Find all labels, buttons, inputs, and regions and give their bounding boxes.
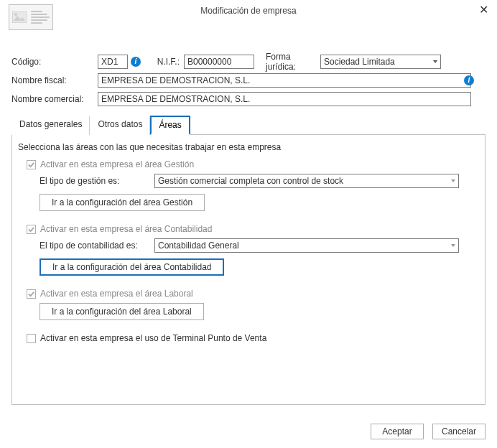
- accept-button[interactable]: Aceptar: [371, 424, 424, 439]
- svg-rect-0: [12, 11, 27, 23]
- config-laboral-button[interactable]: Ir a la configuración del área Laboral: [40, 303, 204, 320]
- nombre-fiscal-input[interactable]: [98, 73, 471, 88]
- nombre-comercial-input[interactable]: [98, 92, 471, 106]
- tipo-contabilidad-label: El tipo de contabilidad es:: [40, 241, 154, 251]
- tipo-gestion-label: El tipo de gestión es:: [40, 176, 154, 186]
- tab-content-areas: Selecciona las áreas con las que necesit…: [11, 135, 486, 405]
- nombre-fiscal-label: Nombre fiscal:: [11, 75, 98, 85]
- codigo-label: Código:: [11, 57, 98, 67]
- forma-juridica-value[interactable]: [320, 55, 441, 69]
- config-contabilidad-button[interactable]: Ir a la configuración del área Contabili…: [40, 258, 224, 276]
- info-icon[interactable]: i: [464, 75, 474, 85]
- tipo-contabilidad-value: [154, 238, 459, 253]
- checkbox-tpv[interactable]: [27, 334, 36, 343]
- tab-datos-generales[interactable]: Datos generales: [11, 116, 90, 135]
- checkbox-laboral: [27, 289, 36, 299]
- tipo-gestion-value: [154, 174, 459, 188]
- config-gestion-button[interactable]: Ir a la configuración del área Gestión: [40, 194, 205, 211]
- checkbox-gestion-label: Activar en esta empresa el área Gestión: [40, 159, 194, 169]
- close-icon[interactable]: ✕: [479, 3, 488, 17]
- areas-intro: Selecciona las áreas con las que necesit…: [18, 142, 479, 152]
- tipo-gestion-select: [154, 174, 459, 188]
- tab-areas[interactable]: Áreas: [150, 116, 190, 135]
- tab-otros-datos[interactable]: Otros datos: [90, 116, 150, 135]
- checkbox-contabilidad-label: Activar en esta empresa el área Contabil…: [40, 224, 212, 234]
- svg-point-2: [14, 13, 17, 16]
- checkbox-gestion: [27, 160, 36, 169]
- dialog-modificacion-empresa: ✕ Modificación de empresa Código: i N.I.…: [0, 0, 497, 448]
- checkbox-tpv-label: Activar en esta empresa el uso de Termin…: [40, 333, 266, 343]
- tab-bar: Datos generales Otros datos Áreas: [11, 115, 486, 135]
- nif-input[interactable]: [184, 55, 254, 69]
- nombre-comercial-label: Nombre comercial:: [11, 94, 98, 104]
- forma-juridica-label: Forma jurídica:: [254, 52, 320, 72]
- template-thumbnail-icon[interactable]: [9, 4, 53, 30]
- info-icon[interactable]: i: [131, 57, 141, 67]
- tipo-contabilidad-select: [154, 238, 459, 253]
- codigo-input[interactable]: [98, 55, 128, 69]
- nif-label: N.I.F.:: [157, 57, 184, 67]
- cancel-button[interactable]: Cancelar: [432, 424, 486, 439]
- forma-juridica-select[interactable]: [320, 55, 441, 69]
- dialog-title: Modificación de empresa: [11, 4, 486, 22]
- checkbox-laboral-label: Activar en esta empresa el área Laboral: [40, 289, 193, 299]
- checkbox-contabilidad: [27, 225, 36, 234]
